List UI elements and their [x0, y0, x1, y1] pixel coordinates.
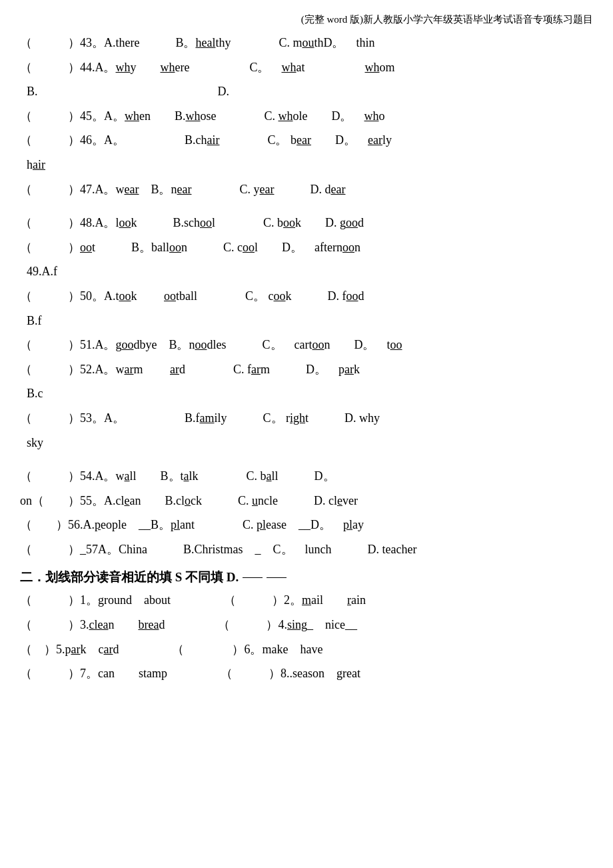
q49-af: 49.A.f [27, 261, 57, 282]
pair2-right: （ ）4.sing_ nice__ [218, 615, 357, 635]
pair1-left: （ ）1。ground about [20, 590, 171, 611]
question-54: （ ）54.A。wall B。talk C. ball D。 [20, 466, 593, 487]
question-47: （ ）47.A。wear B。near C. year D. dear [20, 179, 593, 200]
q43-text: （ ）43。A.there B。healthy C. mouthD。 thin [20, 33, 375, 53]
q49-text: （ ）oot B。balloon C. cool D。 afternoon [20, 237, 360, 258]
q52-bc: B.c [27, 383, 43, 404]
q46-text: （ ）46。A。 B.chair C。 bear D。 early [20, 130, 392, 151]
q53-sky: sky [27, 433, 43, 453]
question-50: （ ）50。A.took ootball C。 cook D. food [20, 286, 593, 307]
q57-text: （ ）_57A。China B.Christmas _ C。 lunch D. … [20, 539, 416, 560]
q52-text: （ ）52.A。warm ard C. farm D。 park [20, 359, 360, 380]
q50-bf: B.f [27, 311, 42, 331]
section2-label: 二．划线部分读音相近的填 S 不同填 D. [20, 569, 239, 586]
question-48: （ ）48.A。look B.school C. book D. good [20, 213, 593, 233]
page-title: (完整 word 版)新人教版小学六年级英语毕业考试语音专项练习题目 [20, 13, 593, 26]
q48-text: （ ）48.A。look B.school C. book D. good [20, 213, 364, 233]
q44-text: （ ）44.A。why where C。 what whom [20, 57, 395, 78]
question-46-line2: hair [27, 155, 593, 175]
question-51: （ ）51.A。goodbye B。noodles C。 cartoon D。 … [20, 335, 593, 355]
q53-text: （ ）53。A。 B.family C。 right D. why [20, 408, 380, 429]
question-46: （ ）46。A。 B.chair C。 bear D。 early [20, 130, 593, 151]
pair3-left: （ ）5.park card [20, 639, 119, 660]
q51-text: （ ）51.A。goodbye B。noodles C。 cartoon D。 … [20, 335, 402, 355]
question-56: （ ）56.A.people __B。plant C. please __D。 … [20, 515, 593, 535]
q47-text: （ ）47.A。wear B。near C. year D. dear [20, 179, 345, 200]
q44-b: B. D. [27, 81, 229, 102]
pair3-right: （ ）6。make have [172, 639, 322, 660]
question-50-line2: B.f [27, 311, 593, 331]
pair1-right: （ ）2。mail rain [224, 590, 366, 611]
question-43: （ ）43。A.there B。healthy C. mouthD。 thin [20, 33, 593, 53]
section2-blank2 [267, 577, 287, 578]
question-52-line2: B.c [27, 383, 593, 404]
section2-pair-3: （ ）5.park card （ ）6。make have [20, 639, 593, 660]
question-44-line2: B. D. [27, 81, 593, 102]
section2-pair-2: （ ）3.clean bread （ ）4.sing_ nice__ [20, 615, 593, 635]
question-53: （ ）53。A。 B.family C。 right D. why [20, 408, 593, 429]
question-49: （ ）oot B。balloon C. cool D。 afternoon [20, 237, 593, 258]
section2-blank1 [243, 577, 263, 578]
question-57: （ ）_57A。China B.Christmas _ C。 lunch D. … [20, 539, 593, 560]
q45-text: （ ）45。A。when B.whose C. whole D。 who [20, 106, 385, 127]
pair2-left: （ ）3.clean bread [20, 615, 165, 635]
q46-hair: hair [27, 155, 45, 175]
section2-header: 二．划线部分读音相近的填 S 不同填 D. [20, 569, 593, 586]
question-52: （ ）52.A。warm ard C. farm D。 park [20, 359, 593, 380]
question-44: （ ）44.A。why where C。 what whom [20, 57, 593, 78]
q56-text: （ ）56.A.people __B。plant C. please __D。 … [20, 515, 364, 535]
pair4-right: （ ）8..season great [221, 663, 360, 684]
question-45: （ ）45。A。when B.whose C. whole D。 who [20, 106, 593, 127]
question-53-line2: sky [27, 433, 593, 453]
section2-pair-1: （ ）1。ground about （ ）2。mail rain [20, 590, 593, 611]
q50-text: （ ）50。A.took ootball C。 cook D. food [20, 286, 364, 307]
pair4-left: （ ）7。can stamp [20, 663, 167, 684]
q54-text: （ ）54.A。wall B。talk C. ball D。 [20, 466, 335, 487]
question-49-line2: 49.A.f [27, 261, 593, 282]
question-55: on（ ）55。A.clean B.clock C. uncle D. clev… [20, 491, 593, 511]
q55-text: on（ ）55。A.clean B.clock C. uncle D. clev… [20, 491, 358, 511]
section2-pair-4: （ ）7。can stamp （ ）8..season great [20, 663, 593, 684]
